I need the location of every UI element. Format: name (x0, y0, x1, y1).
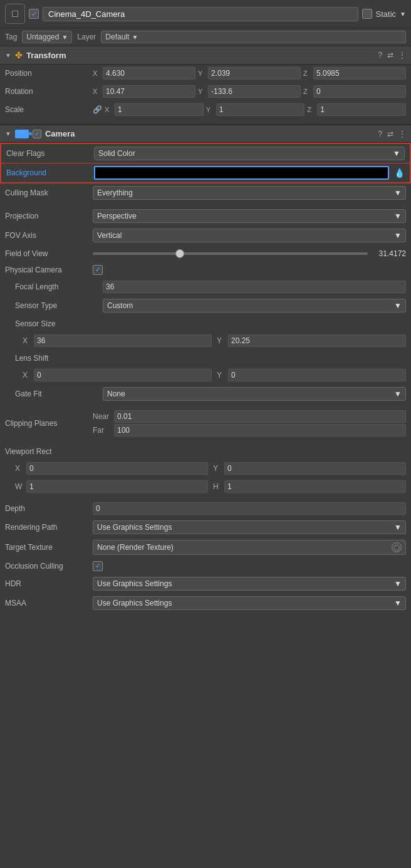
vp-w-item: W 1 (15, 480, 208, 493)
active-checkbox[interactable]: ✓ (29, 9, 39, 19)
scale-value: 🔗 X 1 Y 1 Z 1 (93, 103, 406, 116)
culling-mask-dropdown[interactable]: Everything ▼ (93, 186, 406, 200)
fov-axis-dropdown[interactable]: Vertical ▼ (93, 229, 406, 242)
target-texture-picker-icon[interactable]: ◯ (392, 542, 402, 552)
depth-field[interactable]: 0 (93, 502, 406, 515)
sensor-x-field[interactable]: 36 (34, 334, 212, 347)
vp-w-label: W (15, 482, 24, 491)
physical-camera-row: Physical Camera ✓ (0, 262, 411, 278)
lens-shift-y-field[interactable]: 0 (228, 369, 406, 381)
occlusion-culling-checkbox[interactable]: ✓ (93, 561, 103, 571)
focal-length-label: Focal Length (15, 282, 103, 291)
fov-slider-track[interactable] (93, 252, 368, 255)
projection-dropdown[interactable]: Perspective ▼ (93, 209, 406, 223)
clear-flags-arrow[interactable]: ▼ (393, 149, 400, 158)
vp-y-field[interactable]: 0 (224, 462, 406, 475)
layer-arrow[interactable]: ▼ (132, 34, 138, 41)
sensor-type-arrow[interactable]: ▼ (394, 301, 402, 310)
gate-fit-arrow[interactable]: ▼ (394, 390, 402, 398)
static-checkbox[interactable] (362, 9, 372, 19)
transform-collapse-arrow[interactable]: ▼ (5, 52, 11, 59)
physical-camera-checkbox[interactable]: ✓ (93, 265, 103, 275)
scale-x-field[interactable]: 1 (115, 103, 204, 116)
clipping-planes-value: Near 0.01 Far 100 (93, 410, 406, 437)
transform-help-icon[interactable]: ? (378, 51, 382, 59)
scale-xyz: X 1 Y 1 Z 1 (105, 103, 406, 116)
rendering-path-arrow[interactable]: ▼ (394, 523, 402, 532)
scale-label: Scale (5, 105, 93, 114)
target-texture-label: Target Texture (5, 543, 93, 552)
viewport-xy-row: X 0 Y 0 (0, 460, 411, 478)
sensor-type-dropdown[interactable]: Custom ▼ (103, 299, 406, 313)
camera-section-header: ▼ ✓ Camera ? ⇄ ⋮ (0, 124, 411, 143)
msaa-arrow[interactable]: ▼ (394, 599, 402, 607)
scale-lock-icon[interactable]: 🔗 (93, 105, 102, 114)
transform-settings-icon[interactable]: ⇄ (387, 51, 393, 59)
target-texture-field[interactable]: None (Render Texture) ◯ (93, 540, 406, 555)
camera-settings-icon[interactable]: ⇄ (387, 130, 393, 138)
projection-row: Projection Perspective ▼ (0, 207, 411, 226)
scale-x-label: X (105, 106, 112, 113)
fov-slider-thumb[interactable] (175, 249, 184, 258)
tag-dropdown[interactable]: Untagged ▼ (22, 31, 72, 43)
msaa-dropdown[interactable]: Use Graphics Settings ▼ (93, 596, 406, 610)
scale-z-label: Z (307, 106, 315, 113)
fov-value-display[interactable]: 31.4172 (372, 249, 406, 258)
eyedropper-icon[interactable]: 💧 (394, 168, 405, 178)
static-dropdown-arrow[interactable]: ▼ (400, 11, 406, 18)
rotation-z-field[interactable]: 0 (313, 85, 406, 98)
layer-dropdown[interactable]: Default ▼ (101, 31, 406, 43)
tag-arrow[interactable]: ▼ (61, 34, 68, 41)
focal-length-field[interactable]: 36 (103, 281, 406, 293)
scale-z-field[interactable]: 1 (317, 103, 406, 116)
sensor-type-value: Custom (107, 301, 133, 310)
hdr-arrow[interactable]: ▼ (394, 579, 402, 588)
vp-h-field[interactable]: 1 (224, 480, 406, 493)
vp-h-label: H (213, 482, 222, 491)
hdr-dropdown[interactable]: Use Graphics Settings ▼ (93, 577, 406, 591)
rendering-path-value: Use Graphics Settings (97, 523, 172, 532)
background-color-field[interactable] (94, 166, 389, 180)
clear-flags-dropdown[interactable]: Solid Color ▼ (94, 147, 405, 160)
gate-fit-row: Gate Fit None ▼ (0, 385, 411, 404)
vp-x-field[interactable]: 0 (26, 462, 208, 475)
sensor-y-field[interactable]: 20.25 (228, 334, 406, 347)
camera-help-icon[interactable]: ? (378, 130, 382, 138)
camera-icon (15, 130, 29, 138)
projection-arrow[interactable]: ▼ (394, 212, 402, 220)
rotation-label: Rotation (5, 87, 93, 96)
near-field[interactable]: 0.01 (114, 410, 406, 423)
sensor-y-label: Y (217, 336, 226, 345)
culling-mask-arrow[interactable]: ▼ (394, 189, 402, 197)
background-label: Background (6, 168, 94, 177)
position-xyz: X 4.630 Y 2.039 Z 5.0985 (93, 67, 406, 80)
far-field[interactable]: 100 (114, 424, 406, 437)
vp-w-field[interactable]: 1 (26, 480, 208, 493)
lens-shift-x-label: X (23, 371, 31, 380)
position-x-field[interactable]: 4.630 (103, 67, 195, 80)
lens-shift-y-item: Y 0 (217, 369, 406, 381)
tag-layer-row: Tag Untagged ▼ Layer Default ▼ (0, 28, 411, 46)
clear-flags-label: Clear Flags (6, 149, 94, 158)
near-row: Near 0.01 (93, 410, 406, 423)
position-z-field[interactable]: 5.0985 (313, 67, 406, 80)
rendering-path-dropdown[interactable]: Use Graphics Settings ▼ (93, 520, 406, 534)
position-y-field[interactable]: 2.039 (208, 67, 301, 80)
object-name-field[interactable]: Cinema_4D_Camera (43, 7, 358, 21)
camera-active-checkbox[interactable]: ✓ (33, 130, 41, 138)
fov-axis-arrow[interactable]: ▼ (394, 231, 402, 240)
scale-y-field[interactable]: 1 (216, 103, 305, 116)
scale-y-label: Y (206, 106, 214, 113)
occlusion-culling-label: Occlusion Culling (5, 562, 93, 571)
vp-h-item: H 1 (213, 480, 406, 493)
transform-menu-icon[interactable]: ⋮ (398, 51, 406, 59)
camera-collapse-arrow[interactable]: ▼ (5, 130, 11, 137)
near-label: Near (93, 412, 110, 421)
occlusion-culling-row: Occlusion Culling ✓ (0, 558, 411, 574)
rotation-x-field[interactable]: 10.47 (103, 85, 195, 98)
static-label: Static (376, 9, 397, 19)
lens-shift-x-field[interactable]: 0 (34, 369, 212, 381)
camera-menu-icon[interactable]: ⋮ (398, 130, 406, 138)
gate-fit-dropdown[interactable]: None ▼ (103, 387, 406, 401)
rotation-y-field[interactable]: -133.6 (208, 85, 301, 98)
